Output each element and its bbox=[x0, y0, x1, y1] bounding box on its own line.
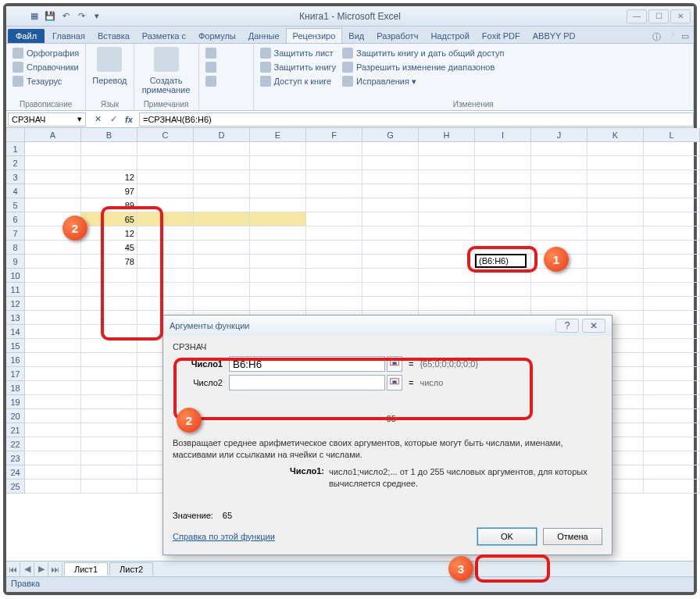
cell[interactable] bbox=[306, 297, 362, 311]
col-header[interactable]: I bbox=[475, 128, 531, 142]
cancel-formula-icon[interactable]: ✕ bbox=[91, 112, 105, 127]
row-header[interactable]: 11 bbox=[6, 283, 25, 297]
cell[interactable]: 12 bbox=[81, 226, 138, 241]
cell[interactable] bbox=[644, 212, 700, 226]
spelling-button[interactable]: Орфография bbox=[11, 47, 80, 59]
sheet-nav-next[interactable]: ▶ bbox=[34, 562, 48, 576]
cell[interactable] bbox=[644, 170, 700, 184]
cell[interactable] bbox=[531, 170, 588, 184]
undo-icon[interactable]: ↶ bbox=[59, 10, 72, 23]
cell[interactable] bbox=[194, 156, 250, 170]
tab-developer[interactable]: Разработч bbox=[370, 29, 424, 43]
cell[interactable] bbox=[194, 297, 250, 311]
ok-button[interactable]: OK bbox=[477, 528, 537, 545]
cell[interactable] bbox=[81, 381, 138, 395]
cell[interactable] bbox=[250, 170, 306, 184]
qat-dropdown-icon[interactable]: ▾ bbox=[91, 10, 103, 23]
cell[interactable] bbox=[306, 283, 362, 297]
row-header[interactable]: 21 bbox=[6, 423, 25, 437]
row-header[interactable]: 23 bbox=[6, 451, 25, 465]
allow-edit-button[interactable]: Разрешить изменение диапазонов bbox=[341, 61, 505, 73]
cell[interactable] bbox=[194, 269, 250, 283]
tab-home[interactable]: Главная bbox=[46, 29, 91, 43]
cell[interactable] bbox=[138, 241, 194, 255]
row-header[interactable]: 13 bbox=[6, 311, 25, 325]
cell[interactable] bbox=[588, 297, 644, 311]
cell[interactable] bbox=[250, 184, 306, 198]
cell[interactable] bbox=[25, 325, 81, 339]
cell[interactable] bbox=[25, 381, 81, 395]
cell[interactable] bbox=[644, 311, 700, 325]
cell[interactable] bbox=[644, 451, 700, 465]
col-header[interactable]: L bbox=[644, 128, 700, 142]
cell[interactable] bbox=[81, 423, 138, 437]
arg1-picker-button[interactable] bbox=[387, 356, 402, 372]
cancel-button[interactable]: Отмена bbox=[543, 528, 602, 545]
tab-foxit[interactable]: Foxit PDF bbox=[476, 29, 527, 43]
window-restore-icon[interactable]: ▭ bbox=[681, 31, 689, 43]
cell[interactable] bbox=[644, 297, 700, 311]
cell[interactable] bbox=[419, 269, 475, 283]
minimize-button[interactable]: — bbox=[627, 9, 647, 23]
cell[interactable] bbox=[25, 437, 81, 451]
cell[interactable] bbox=[644, 465, 700, 480]
cell[interactable] bbox=[588, 198, 644, 212]
cell[interactable] bbox=[81, 465, 138, 480]
cell[interactable] bbox=[644, 381, 700, 395]
cell[interactable] bbox=[644, 198, 700, 212]
cell[interactable] bbox=[588, 142, 644, 156]
cell[interactable] bbox=[644, 353, 700, 367]
cell[interactable] bbox=[138, 212, 194, 226]
cell[interactable] bbox=[81, 156, 138, 170]
cell[interactable] bbox=[419, 297, 475, 311]
share-book-button[interactable]: Доступ к книге bbox=[259, 75, 338, 87]
cell[interactable] bbox=[362, 142, 419, 156]
cell[interactable] bbox=[81, 451, 138, 465]
col-header[interactable]: E bbox=[250, 128, 306, 142]
cell[interactable]: 89 bbox=[81, 198, 138, 212]
formula-input[interactable]: =СРЗНАЧ(B6:H6) bbox=[139, 112, 694, 127]
cell[interactable] bbox=[81, 142, 138, 156]
cell[interactable] bbox=[475, 269, 531, 283]
cell[interactable] bbox=[25, 353, 81, 367]
cell[interactable] bbox=[194, 212, 250, 226]
cell[interactable] bbox=[475, 212, 531, 226]
cell[interactable] bbox=[194, 226, 250, 241]
cell[interactable] bbox=[306, 170, 362, 184]
row-header[interactable]: 25 bbox=[6, 480, 25, 494]
research-button[interactable]: Справочники bbox=[11, 61, 80, 73]
file-tab[interactable]: Файл bbox=[8, 29, 45, 43]
cell[interactable] bbox=[25, 283, 81, 297]
cell[interactable] bbox=[644, 269, 700, 283]
cell[interactable] bbox=[362, 269, 419, 283]
cell[interactable] bbox=[475, 241, 531, 255]
cell[interactable] bbox=[588, 184, 644, 198]
new-comment-button[interactable]: Создать примечание bbox=[139, 75, 194, 95]
fx-icon[interactable]: fx bbox=[122, 112, 136, 127]
cell[interactable] bbox=[138, 269, 194, 283]
cell[interactable] bbox=[362, 283, 419, 297]
cell[interactable] bbox=[419, 241, 475, 255]
help-icon[interactable]: ❔ bbox=[666, 31, 677, 43]
cell[interactable] bbox=[306, 212, 362, 226]
tab-insert[interactable]: Вставка bbox=[91, 29, 136, 43]
cell[interactable] bbox=[531, 297, 588, 311]
protect-sheet-button[interactable]: Защитить лист bbox=[259, 47, 338, 59]
cell[interactable] bbox=[250, 226, 306, 241]
cell[interactable] bbox=[250, 241, 306, 255]
cell[interactable]: 45 bbox=[81, 241, 138, 255]
dialog-help-button[interactable]: ? bbox=[555, 319, 579, 333]
cell[interactable] bbox=[194, 142, 250, 156]
cell[interactable] bbox=[25, 269, 81, 283]
cell[interactable] bbox=[475, 283, 531, 297]
cell[interactable]: 12 bbox=[81, 170, 138, 184]
cell[interactable] bbox=[644, 156, 700, 170]
cell[interactable] bbox=[475, 142, 531, 156]
cell[interactable] bbox=[194, 255, 250, 269]
cell[interactable] bbox=[138, 198, 194, 212]
cell[interactable] bbox=[25, 297, 81, 311]
cell[interactable] bbox=[644, 339, 700, 353]
cell[interactable] bbox=[419, 142, 475, 156]
cell[interactable] bbox=[306, 226, 362, 241]
row-header[interactable]: 20 bbox=[6, 409, 25, 423]
